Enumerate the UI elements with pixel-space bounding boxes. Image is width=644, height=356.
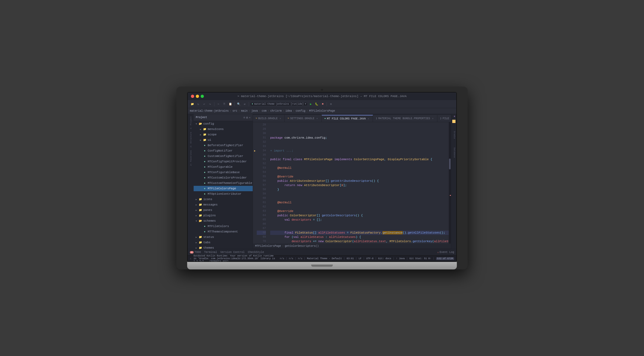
tab-file-colors-bundle[interactable]: ⟩ FILE COLORS BUNDLE.PROPERTIES ✕ xyxy=(437,115,451,122)
tree-item-mtcustomtheme[interactable]: ▶ ● MTCustomThemeConfigurable xyxy=(194,180,253,186)
run-config[interactable]: ● material-theme-jetbrains [run|ide] ▼ xyxy=(251,103,307,105)
tree-item-themes[interactable]: ▶ 📁 themes xyxy=(194,245,253,249)
favorites-tab[interactable]: 2: Favorites xyxy=(189,149,193,167)
maximize-button[interactable] xyxy=(201,95,204,98)
tab-settings-gradle[interactable]: ≈ SETTINGS.GRADLE ✕ xyxy=(285,115,321,122)
tree-item-mtfilecolors2[interactable]: ▶ ● MTFileColors xyxy=(194,224,253,229)
structure-tab[interactable]: 2: Structure xyxy=(189,131,193,149)
status-sep-8: | xyxy=(393,257,394,260)
maven-tab[interactable]: m xyxy=(451,114,456,119)
tab-material-bundle[interactable]: ⟩ MATERIAL THEME BUNDLE.PROPERTIES ✕ xyxy=(373,115,437,122)
tree-item-mtthemescomp[interactable]: ▶ ● MTThemesComponent xyxy=(194,229,253,234)
tree-item-tabs[interactable]: ▶ 📁 tabs xyxy=(194,240,253,245)
search-icon[interactable]: 🔍 xyxy=(236,102,241,107)
project-tab[interactable]: 1: Project xyxy=(189,115,193,130)
java-file-icon: ● xyxy=(203,149,207,153)
tab-close-build[interactable]: ✕ xyxy=(279,117,282,120)
code-editor[interactable]: package com.chrisrm.idea.config; + impor… xyxy=(268,122,449,244)
gradle-tab[interactable]: Gradle xyxy=(451,129,456,141)
stop-icon[interactable]: ■ xyxy=(320,102,325,107)
folder-icon: 📂 xyxy=(198,219,202,223)
maven-indicator xyxy=(452,120,455,123)
refresh-icon[interactable]: ↻ xyxy=(196,102,201,107)
tree-item-plugins[interactable]: ▶ 📁 plugins xyxy=(194,213,253,218)
breadcrumb-method[interactable]: getColorDescriptors() xyxy=(285,245,319,248)
breadcrumb-9[interactable]: MTFileColorsPage xyxy=(309,109,335,112)
encoding[interactable]: UTF-8 xyxy=(366,257,374,260)
position[interactable]: 63:61 xyxy=(347,257,354,260)
tree-item-mtconfigurable[interactable]: ▶ ● MTConfigurable xyxy=(194,164,253,170)
breadcrumb-4[interactable]: java xyxy=(251,109,258,112)
tree-item-custom-config[interactable]: ▶ ● CustomConfigNotifier xyxy=(194,153,253,159)
tree-item-scope[interactable]: ▶ 📁 scope xyxy=(194,132,253,137)
tree-item-mtfilecolors[interactable]: ▶ ● MTFileColorsPage xyxy=(194,186,253,191)
tab-label-material-bundle: MATERIAL THEME BUNDLE.PROPERTIES xyxy=(378,117,430,120)
copy-icon[interactable]: ⎘ xyxy=(222,102,227,107)
tab-terminal[interactable]: Terminal xyxy=(204,251,217,254)
breadcrumb-6[interactable]: chrisrm xyxy=(270,109,282,112)
tab-checkstyle[interactable]: CheckStyle xyxy=(248,251,264,254)
tree-item-mtconfigurablebase[interactable]: ▶ ● MTConfigurableBase xyxy=(194,170,253,175)
settings-icon[interactable]: ⚙ xyxy=(328,102,333,107)
tree-label-mtcustomcolors: MTCustomColorsProvider xyxy=(208,176,247,179)
scrollbar-thumb[interactable] xyxy=(449,159,451,169)
tree-label-panes: panes xyxy=(203,208,212,212)
minimize-button[interactable] xyxy=(196,95,199,98)
tree-item-messages[interactable]: ▶ 📁 messages xyxy=(194,202,253,207)
paste-icon[interactable]: 📋 xyxy=(228,102,233,107)
tab-close-material-bundle[interactable]: ✕ xyxy=(431,117,434,120)
breadcrumb-1[interactable]: material-theme-jetbrains xyxy=(190,109,229,112)
memory[interactable]: 532 of 672M xyxy=(436,257,454,260)
breadcrumb-8[interactable]: config xyxy=(296,109,305,112)
code-line-54 xyxy=(270,170,449,174)
tree-item-config[interactable]: ▼ 📂 config xyxy=(194,121,253,126)
undo-icon[interactable]: ↩ xyxy=(202,102,207,107)
toolbar-sep-4 xyxy=(327,102,327,106)
tree-item-icons[interactable]: ▶ 📁 icons xyxy=(194,197,253,202)
breadcrumb-5[interactable]: com xyxy=(262,109,266,112)
replace-icon[interactable]: ⇄ xyxy=(242,102,247,107)
line-num-29: 29 xyxy=(257,127,266,131)
tree-item-mtcustomcolors[interactable]: ▶ ● MTCustomColorsProvider xyxy=(194,175,253,180)
layout-icon[interactable]: ▤ xyxy=(246,116,248,119)
code-line-55: @Override xyxy=(270,174,449,179)
theme-name[interactable]: Material Theme - Default xyxy=(307,257,342,260)
code-line-59 xyxy=(270,192,449,196)
java-file-icon: ● xyxy=(203,143,207,147)
tree-item-panes[interactable]: ▶ 📁 panes xyxy=(194,207,253,213)
tree-item-mt-config-top[interactable]: ▶ ● MTConfigTopHitProvider xyxy=(194,159,253,164)
close-button[interactable] xyxy=(191,95,194,98)
tree-item-config-notifier[interactable]: ▶ ● ConfigNotifier xyxy=(194,148,253,153)
tree-label-mtfilecolors2: MTFileColors xyxy=(208,225,229,228)
close-sidebar-icon[interactable]: ✕ xyxy=(249,116,251,119)
tree-item-before-config[interactable]: ▶ ● BeforeConfigNotifier xyxy=(194,143,253,148)
debug-icon[interactable]: 🐛 xyxy=(314,102,319,107)
tree-item-ui1[interactable]: ▶ 📁 ui xyxy=(194,137,253,143)
tab-close-mtfilecolors[interactable]: ✕ xyxy=(367,117,370,120)
tree-item-mtoptioncontrib[interactable]: ▶ ● MTOptionContributor xyxy=(194,191,253,197)
cut-icon[interactable]: ✂ xyxy=(216,102,221,107)
breadcrumb-7[interactable]: idea xyxy=(285,109,292,112)
laptop-notch xyxy=(311,265,333,267)
vertical-scrollbar[interactable] xyxy=(449,122,451,244)
tab-version-control[interactable]: Version Control xyxy=(220,251,245,254)
run-icon[interactable]: ▶ xyxy=(308,102,313,107)
redo-icon[interactable]: ↪ xyxy=(208,102,213,107)
tab-event-log[interactable]: ⚠ Event Log xyxy=(437,251,454,254)
tree-item-menuicons[interactable]: ▶ 📁 menuIcons xyxy=(194,126,253,132)
toolbar-sep-3 xyxy=(249,102,249,106)
gear-icon[interactable]: ⚙ xyxy=(244,116,245,119)
database-tab[interactable]: Database xyxy=(451,146,456,159)
tab-todo[interactable]: 6 TODO xyxy=(190,251,201,254)
tree-item-status[interactable]: ▶ 📁 status xyxy=(194,234,253,240)
status-bar-right: n/a | n/a | n/a | Material Theme - Defau… xyxy=(280,257,454,260)
tab-mtfilecolors[interactable]: ● MT FILE COLORS PAGE.JAVA ✕ xyxy=(322,115,373,122)
breadcrumb-class[interactable]: MTFileColorsPage xyxy=(255,245,281,248)
tree-item-schemes[interactable]: ▼ 📂 schemes xyxy=(194,218,253,224)
warning-icon: ⚠ xyxy=(190,257,191,260)
tab-close-settings[interactable]: ✕ xyxy=(316,117,319,120)
folder-icon[interactable]: 📁 xyxy=(190,102,195,107)
breadcrumb-3[interactable]: main xyxy=(241,109,248,112)
breadcrumb-2[interactable]: src xyxy=(232,109,237,112)
tab-build-gradle[interactable]: ≈ BUILD.GRADLE ✕ xyxy=(253,115,285,122)
